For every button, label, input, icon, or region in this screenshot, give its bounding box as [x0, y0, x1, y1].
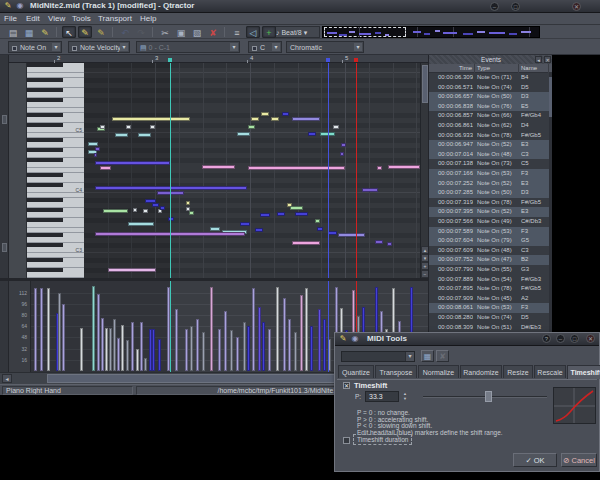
midi-note[interactable] [152, 203, 159, 207]
cancel-button[interactable]: ⊘ Cancel [561, 453, 597, 467]
preset-delete-button[interactable]: ✘ [436, 350, 449, 362]
scale-type-combo[interactable]: Chromatic ▾ [286, 41, 364, 53]
velocity-bar[interactable] [58, 293, 61, 371]
events-column-type[interactable]: Type [475, 64, 519, 73]
velocity-bar[interactable] [92, 286, 95, 371]
velocity-bar[interactable] [294, 332, 297, 371]
velocity-bar[interactable] [117, 338, 120, 371]
event-type-combo[interactable]: Note On ▾ [8, 41, 62, 53]
events-column-header[interactable]: TimeTypeName [429, 64, 553, 73]
event-row[interactable]: 00:00:07.319Note On (78)F#/Gb5 [429, 198, 549, 208]
event-row[interactable]: 00:00:07.895Note On (78)F#/Gb5 [429, 284, 549, 294]
events-panel-titlebar[interactable]: Events ◂ ✕ [429, 55, 553, 64]
playhead-marker[interactable] [354, 58, 358, 62]
dock-handle[interactable] [2, 115, 7, 124]
velocity-bar[interactable] [252, 288, 255, 371]
velocity-bar[interactable] [268, 329, 271, 371]
velocity-bar[interactable] [62, 304, 65, 371]
events-column-time[interactable]: Time [429, 64, 475, 73]
event-row[interactable]: 00:00:07.909Note On (45)A2 [429, 294, 549, 304]
menu-item-tools[interactable]: Tools [72, 14, 91, 23]
midi-note[interactable] [341, 143, 346, 147]
menu-item-edit[interactable]: Edit [26, 14, 40, 23]
menu-item-transport[interactable]: Transport [98, 14, 132, 23]
velocity-bar[interactable] [47, 288, 50, 371]
midi-note[interactable] [115, 133, 128, 137]
slider-thumb[interactable] [485, 391, 492, 402]
velocity-bar[interactable] [243, 322, 246, 371]
preset-combo[interactable]: ▾ [341, 351, 415, 362]
edit-head-marker[interactable] [168, 58, 172, 62]
erase-pencil-icon[interactable]: ✎ [94, 26, 108, 38]
midi-note[interactable] [375, 240, 383, 244]
dialog-close-button[interactable]: ✕ [586, 334, 595, 343]
event-row[interactable]: 00:00:07.285Note On (50)D3 [429, 188, 549, 198]
midi-note[interactable] [387, 242, 392, 246]
velocity-bar[interactable] [105, 328, 108, 371]
scrollbar-thumb[interactable] [47, 374, 365, 383]
midi-note[interactable] [248, 125, 255, 129]
midi-note[interactable] [248, 166, 345, 170]
midi-note[interactable] [210, 227, 220, 231]
piano-keyboard[interactable]: C5C4C3 [27, 63, 84, 278]
event-row[interactable]: 00:00:06.657Note On (50)D3 [429, 92, 549, 102]
event-row[interactable]: 00:00:07.395Note On (52)E3 [429, 207, 549, 217]
midi-note[interactable] [95, 186, 247, 190]
midi-note[interactable] [290, 206, 303, 210]
paste-icon[interactable]: ▧ [190, 26, 204, 38]
event-row[interactable]: 00:00:08.309Note On (51)D#/Eb3 [429, 323, 549, 333]
midi-note[interactable] [240, 222, 250, 226]
velocity-bar[interactable] [144, 358, 147, 371]
menu-item-help[interactable]: Help [140, 14, 156, 23]
midi-note[interactable] [261, 112, 269, 116]
velocity-bar[interactable] [196, 319, 199, 372]
velocity-bar[interactable] [40, 288, 43, 371]
velocity-bar[interactable] [34, 288, 37, 371]
velocity-bar[interactable] [247, 326, 250, 371]
menu-item-file[interactable]: File [4, 14, 17, 23]
event-row[interactable]: 00:00:07.566Note On (49)C#/Db3 [429, 217, 549, 227]
window-titlebar[interactable]: ✎ ◉ MidNite2.mid (Track 1) [modified] - … [0, 0, 600, 13]
dialog-minimize-button[interactable]: – [556, 334, 565, 343]
tab-normalize[interactable]: Normalize [418, 365, 459, 378]
midi-note[interactable] [308, 132, 316, 136]
midi-note[interactable] [202, 165, 235, 169]
event-row[interactable]: 00:00:07.014Note On (48)C3 [429, 150, 549, 160]
midi-note[interactable] [150, 125, 155, 129]
midi-note[interactable] [160, 206, 165, 210]
midi-note[interactable] [328, 231, 337, 235]
new-file-icon[interactable]: ▤ [6, 26, 20, 38]
event-row[interactable]: 00:00:06.838Note On (76)E5 [429, 102, 549, 112]
event-row[interactable]: 00:00:07.604Note On (79)G5 [429, 236, 549, 246]
dialog-help-button[interactable]: ? [542, 334, 551, 343]
preview-notes-icon[interactable]: ◁ [246, 26, 260, 38]
save-file-icon[interactable]: ▦ [22, 26, 36, 38]
undo-icon[interactable]: ↶ [118, 26, 132, 38]
midi-note[interactable] [388, 165, 420, 169]
menu-item-view[interactable]: View [48, 14, 65, 23]
velocity-bar[interactable] [283, 298, 286, 371]
event-row[interactable]: 00:00:07.790Note On (55)G3 [429, 265, 549, 275]
midi-note[interactable] [315, 219, 320, 223]
midi-note[interactable] [143, 209, 148, 213]
dock-float-icon[interactable]: ◂ [535, 56, 542, 63]
velocity-bar[interactable] [80, 328, 83, 371]
piano-roll-canvas[interactable] [84, 63, 420, 278]
draw-pencil-icon[interactable]: ✎ [78, 26, 92, 38]
midi-note[interactable] [317, 227, 323, 231]
midi-note[interactable] [133, 208, 137, 212]
edit-mode-icon[interactable]: ✎ [38, 26, 52, 38]
midi-note[interactable] [251, 117, 259, 121]
minimize-button[interactable]: – [490, 2, 499, 11]
velocity-bar[interactable] [318, 309, 321, 371]
midi-note[interactable] [95, 161, 170, 165]
midi-note[interactable] [295, 212, 308, 216]
velocity-bar[interactable] [230, 330, 233, 371]
velocity-bar[interactable] [136, 349, 139, 371]
tab-transpose[interactable]: Transpose [375, 365, 417, 378]
velocity-bar[interactable] [97, 294, 100, 371]
param-spinbox[interactable]: 33.3 [365, 391, 399, 402]
ok-button[interactable]: ✓ OK [513, 453, 557, 467]
event-row[interactable]: 00:00:06.571Note On (74)D5 [429, 83, 549, 93]
midi-note[interactable] [362, 188, 378, 192]
